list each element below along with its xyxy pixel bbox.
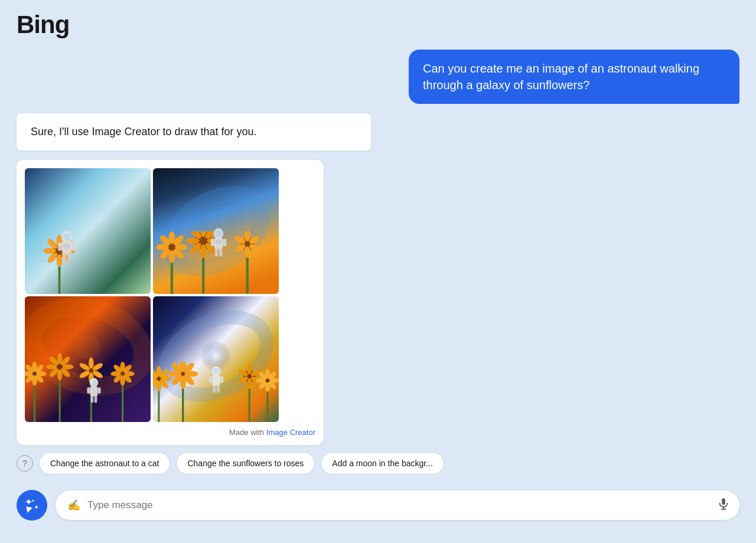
svg-rect-146 [208,376,212,383]
astronaut-image-4 [207,365,225,400]
svg-rect-54 [215,248,218,256]
svg-rect-99 [87,387,90,394]
svg-point-12 [63,233,71,241]
suggestion-chip-2[interactable]: Add a moon in the backgr... [321,452,444,475]
svg-point-127 [247,364,252,374]
generated-image-4[interactable] [153,296,279,422]
image-grid [25,168,279,422]
bing-logo: Bing [17,11,69,38]
chat-area: Can you create me an image of an astrona… [0,50,756,445]
svg-point-97 [91,380,97,386]
input-bar-row: ✍ [0,483,756,528]
svg-rect-101 [91,395,94,403]
svg-rect-16 [71,243,76,251]
svg-point-9 [43,248,56,254]
suggestions-row: ? Change the astronaut to a cat Change t… [0,447,756,479]
svg-rect-102 [94,395,97,403]
image-grid-container: Made with Image Creator [17,160,324,445]
svg-point-38 [185,237,199,244]
bot-message-text: Sure, I'll use Image Creator to draw tha… [31,126,257,138]
made-with-label: Made with Image Creator [25,428,315,437]
svg-rect-98 [90,386,97,396]
astronaut-image-1 [56,231,77,269]
astronaut-image-3 [86,377,102,410]
header: Bing [0,0,756,50]
svg-point-49 [215,230,222,237]
magic-button[interactable] [17,490,47,521]
svg-rect-149 [216,385,219,392]
generated-image-3[interactable] [25,296,151,422]
message-input[interactable] [87,499,710,511]
svg-point-144 [213,368,220,375]
svg-rect-15 [58,243,62,251]
bottom-title: Bing Image Creator [0,528,756,543]
svg-point-80 [89,357,94,368]
svg-rect-52 [210,238,214,246]
svg-rect-145 [212,375,220,385]
chat-icon: ✍ [67,499,80,512]
svg-rect-18 [67,253,71,263]
generated-image-1[interactable] [25,168,151,294]
svg-rect-51 [215,240,221,244]
svg-rect-14 [63,244,70,248]
svg-rect-148 [213,385,216,392]
bot-message-bubble: Sure, I'll use Image Creator to draw tha… [17,113,371,151]
message-input-box[interactable]: ✍ [56,490,739,520]
svg-rect-150 [722,498,725,505]
suggestion-chip-0[interactable]: Change the astronaut to a cat [39,452,170,475]
suggestion-chip-1[interactable]: Change the sunflowers to roses [176,452,315,475]
svg-rect-55 [219,248,222,256]
svg-rect-100 [97,387,100,394]
svg-rect-147 [220,376,223,383]
astronaut-image-2 [209,228,228,263]
microphone-icon[interactable] [717,498,730,513]
user-message-bubble: Can you create me an image of an astrona… [409,50,739,104]
svg-point-130 [247,378,252,388]
magic-wand-icon [24,498,40,513]
svg-rect-17 [63,253,66,263]
question-mark-icon: ? [22,459,27,468]
svg-point-45 [244,246,250,257]
user-message-text: Can you create me an image of an astrona… [423,62,699,91]
svg-rect-53 [223,238,226,246]
generated-image-2[interactable] [153,168,279,294]
svg-point-36 [200,244,207,258]
help-icon-button[interactable]: ? [17,455,33,472]
image-creator-link[interactable]: Image Creator [266,428,315,437]
